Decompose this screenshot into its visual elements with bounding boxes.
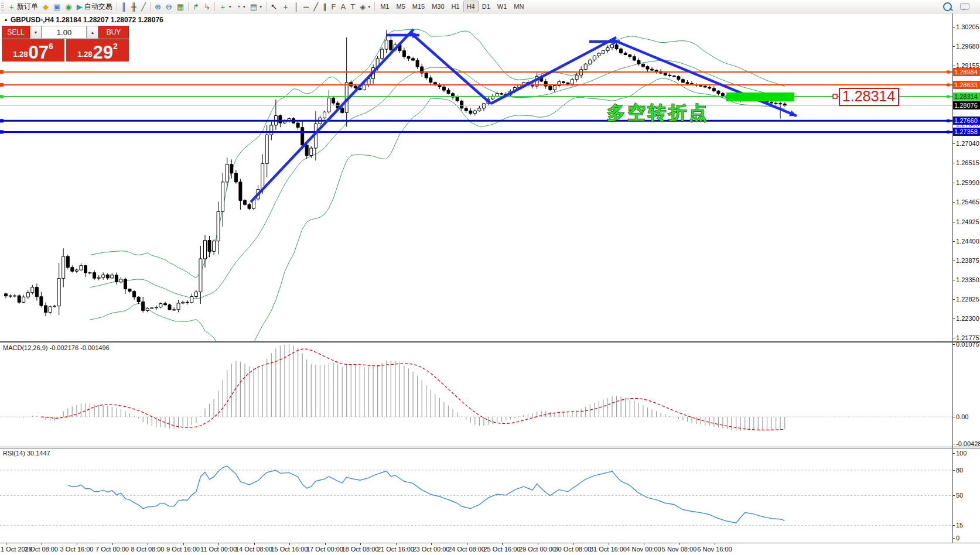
tile-windows-button[interactable]: ▦ [175, 1, 186, 12]
price-axis-tick-mark [952, 299, 955, 300]
candlestick-icon: ╫ [131, 3, 136, 11]
new-order-button-label: 新订单 [17, 2, 38, 12]
volume-input[interactable]: 1.00 [42, 26, 87, 39]
period-icon: ◔ [236, 3, 241, 11]
price-level-tag: 1.28633 [953, 81, 980, 89]
macd-pane [0, 344, 952, 431]
volume-decrease-button[interactable]: ▼ [30, 26, 42, 39]
pane-separator[interactable] [0, 341, 980, 342]
rsi-axis-label: 100 [956, 450, 967, 457]
trendline-button[interactable]: ╱ [311, 1, 320, 12]
arrange-down-button[interactable]: ↳ [202, 1, 213, 12]
vline-button[interactable]: │ [292, 1, 301, 12]
main-pane: 1.28314 多空转折点 [0, 29, 952, 366]
timeframe-d1-button[interactable]: D1 [479, 1, 494, 12]
crosshair-button[interactable]: ＋ [279, 1, 292, 12]
sell-price-button[interactable]: 1.28 07 6 [2, 39, 64, 61]
timeframe-m5-button[interactable]: M5 [392, 1, 408, 12]
shapes-button[interactable]: ◈▾ [357, 1, 373, 12]
time-axis-label: 17 Oct 00:00 [306, 546, 343, 553]
line-chart-button[interactable]: ╱ [139, 1, 148, 12]
sell-price-big: 07 [29, 45, 49, 60]
horizontal-level-lines[interactable] [0, 70, 952, 133]
signals-button[interactable]: ◉ [63, 1, 74, 12]
rsi-axis-label: 80 [956, 467, 963, 474]
price-axis-tick-mark [952, 241, 955, 242]
timeframe-mn-button[interactable]: MN [510, 1, 527, 12]
timeframe-h1-button[interactable]: H1 [448, 1, 463, 12]
timeframe-m30-button[interactable]: M30 [428, 1, 448, 12]
highlight-rectangle[interactable] [726, 92, 794, 101]
new-order-button[interactable]: ＋新订单 [5, 1, 40, 12]
time-axis-label: 11 Oct 00:00 [200, 546, 237, 553]
rsi-axis-label: 15 [956, 522, 963, 529]
chart-canvas[interactable]: 1.28314 多空转折点 [0, 0, 980, 555]
toolbar-separator [266, 2, 267, 11]
dropdown-caret-icon[interactable]: ▾ [229, 4, 231, 9]
chart-bottom-border [0, 543, 980, 543]
time-axis-label: 3 Oct 16:00 [60, 546, 94, 553]
zoom-in-button[interactable]: ⊕ [152, 1, 163, 12]
buy-button[interactable]: BUY [98, 26, 129, 39]
dropdown-caret-icon[interactable]: ▾ [368, 4, 370, 9]
template-button[interactable]: ▤▾ [248, 1, 264, 12]
price-axis-tick-mark [952, 183, 955, 183]
bar-chart-button[interactable]: ║ [119, 1, 129, 12]
candlestick-button[interactable]: ╫ [129, 1, 139, 12]
price-level-tag: 1.27358 [953, 128, 980, 136]
text-button[interactable]: A [339, 1, 349, 12]
pane-separator [0, 448, 980, 448]
dropdown-caret-icon[interactable]: ▾ [259, 4, 262, 9]
rsi-axis-tick-mark [952, 453, 955, 454]
zoom-out-button[interactable]: ⊖ [163, 1, 175, 12]
toolbar-separator [374, 2, 375, 11]
period-button[interactable]: ◔▾ [234, 1, 248, 12]
line-chart-icon: ╱ [141, 3, 146, 11]
volume-increase-button[interactable]: ▲ [87, 26, 98, 39]
rsi-axis-tick-mark [952, 538, 955, 539]
timeframe-m15-button[interactable]: M15 [409, 1, 428, 12]
tag-button[interactable]: ◆ [40, 1, 51, 12]
hline-button[interactable]: ─ [301, 1, 311, 12]
search-icon[interactable] [943, 2, 952, 11]
price-axis-tick-label: 1.24925 [956, 218, 979, 225]
sell-button[interactable]: SELL [2, 26, 30, 39]
buy-price-sup: 2 [113, 42, 118, 51]
price-axis-tick-mark [952, 163, 955, 163]
price-axis-tick-label: 1.22825 [956, 296, 979, 303]
autotrading-button[interactable]: ▶自动交易 [74, 1, 115, 12]
zoom-in-icon: ⊕ [155, 3, 161, 11]
time-axis-label: 7 Oct 00:00 [95, 546, 129, 553]
dropdown-caret-icon[interactable]: ▾ [243, 4, 245, 9]
pane-separator[interactable] [0, 447, 980, 447]
arrange-up-button[interactable]: ↱ [190, 1, 202, 12]
terminal-button[interactable]: ▣ [51, 1, 63, 12]
rsi-axis-label: 0 [956, 535, 959, 542]
timeframe-w1-button[interactable]: W1 [494, 1, 511, 12]
collapse-triangle-icon[interactable]: ▲ [4, 17, 8, 22]
time-axis-label: 9 Oct 16:00 [166, 546, 200, 553]
timeframe-m1-button[interactable]: M1 [377, 1, 392, 12]
timeframe-h4-button[interactable]: H4 [463, 1, 479, 12]
buy-price-big: 29 [93, 45, 113, 60]
price-axis-tick-mark [952, 66, 955, 66]
label-button[interactable]: T [348, 1, 357, 12]
turning-point-annotation[interactable]: 多空转折点 [607, 102, 709, 123]
buy-price-button[interactable]: 1.28 29 2 [66, 39, 129, 61]
toolbar-separator [214, 2, 215, 11]
chat-icon[interactable] [960, 3, 969, 10]
macd-axis-label: 0.00 [956, 413, 968, 420]
macd-label: MACD(12,26,9) -0.002176 -0.001496 [3, 344, 110, 351]
add-indicator-button[interactable]: ＋▾ [217, 1, 234, 12]
toolbar-separator [188, 2, 189, 11]
channel-button[interactable]: ∥ [320, 1, 329, 12]
price-axis-tick-label: 1.24400 [956, 238, 979, 245]
fibo-button[interactable]: F [329, 1, 339, 12]
time-axis[interactable]: 1 Oct 20192 Oct 08:003 Oct 16:007 Oct 00… [0, 543, 980, 555]
cursor-button[interactable]: ↖ [268, 1, 279, 12]
rsi-axis-label: 50 [956, 492, 963, 499]
toolbar-grip [1, 2, 4, 11]
pane-separator [0, 342, 980, 343]
price-axis-tick-mark [952, 338, 955, 338]
text-icon: A [341, 3, 346, 11]
